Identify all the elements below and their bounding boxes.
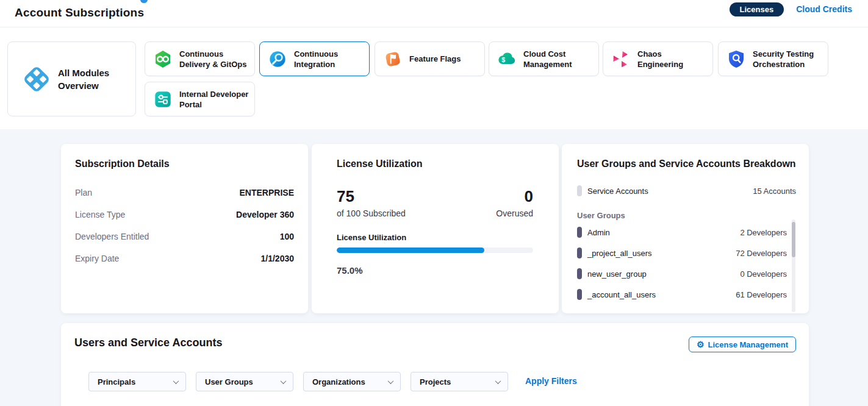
service-accounts-row: Service Accounts [577, 185, 648, 197]
subscription-details-rows: Plan ENTERPRISE License Type Developer 3… [75, 182, 294, 269]
chevron-down-icon [281, 378, 287, 384]
group-pip [577, 248, 582, 258]
account-subscriptions-page: Account Subscriptions Licenses Cloud Cre… [0, 0, 868, 406]
chevron-down-icon [495, 378, 501, 384]
used-caption: of 100 Subscribed [337, 208, 406, 218]
page-title: Account Subscriptions [15, 6, 144, 20]
page-header: Account Subscriptions Licenses Cloud Cre… [0, 0, 868, 27]
groups-scrollbar-thumb[interactable] [792, 222, 795, 257]
svg-text:$: $ [501, 55, 505, 63]
group-count: 2 Developers [740, 228, 787, 237]
tab-cloud-credits[interactable]: Cloud Credits [796, 4, 852, 14]
ci-icon [268, 49, 287, 69]
group-pip [577, 289, 582, 300]
detail-row-expiry-date: Expiry Date 1/1/2030 [75, 248, 294, 269]
overused-caption: Overused [496, 208, 533, 218]
chevron-down-icon [388, 378, 394, 384]
all-modules-overview-label: All Modules Overview [58, 66, 113, 92]
all-modules-overview-card[interactable]: All Modules Overview [7, 41, 136, 116]
cloud-cost-icon: $ [497, 49, 517, 69]
detail-row-plan: Plan ENTERPRISE [75, 182, 294, 204]
chevron-down-icon [173, 378, 179, 384]
subscription-details-title: Subscription Details [75, 158, 170, 169]
feature-flags-icon [383, 49, 403, 69]
user-groups-label: User Groups [577, 211, 625, 220]
subscription-details-card: Subscription Details Plan ENTERPRISE Lic… [61, 144, 308, 313]
license-utilization-title: License Utilization [337, 158, 422, 169]
group-row-new-user-group: new_user_group [577, 268, 647, 280]
overused-licenses: 0 Overused [496, 188, 533, 218]
idp-icon [153, 90, 173, 109]
overused-count: 0 [496, 188, 533, 205]
module-card-feature-flags[interactable]: Feature Flags [375, 41, 485, 76]
service-accounts-count: 15 Accounts [753, 187, 796, 196]
cd-gitops-icon [153, 49, 173, 69]
filters-row: Principals User Groups Organizations Pro… [88, 372, 508, 391]
utilization-progress-track [337, 248, 533, 253]
group-count: 0 Developers [740, 269, 787, 279]
license-utilization-numbers: 75 of 100 Subscribed 0 Overused [337, 188, 533, 218]
detail-row-license-type: License Type Developer 360 [75, 204, 294, 226]
apply-filters-link[interactable]: Apply Filters [525, 376, 577, 386]
breakdown-card: User Groups and Service Accounts Breakdo… [562, 144, 809, 313]
group-count: 61 Developers [736, 290, 787, 299]
module-card-security-testing[interactable]: Security Testing Orchestration [718, 41, 828, 76]
cut-off-icon [140, 0, 148, 3]
utilization-progress-fill [337, 248, 484, 253]
group-pip [577, 227, 582, 238]
service-accounts-pip [577, 185, 582, 196]
detail-row-developers-entitled: Developers Entitled 100 [75, 226, 294, 248]
users-service-accounts-card: Users and Service Accounts ⚙ License Man… [61, 323, 809, 406]
group-count: 72 Developers [736, 249, 787, 258]
utilization-percent: 75.0% [337, 265, 363, 276]
groups-scrollbar[interactable] [792, 219, 795, 312]
module-card-continuous-integration[interactable]: Continuous Integration [259, 41, 370, 76]
chaos-icon [611, 49, 631, 69]
used-count: 75 [337, 188, 406, 205]
used-licenses: 75 of 100 Subscribed [337, 188, 406, 218]
content-area: Subscription Details Plan ENTERPRISE Lic… [0, 129, 868, 406]
module-card-continuous-delivery[interactable]: Continuous Delivery & GitOps [145, 41, 255, 76]
license-utilization-card: License Utilization 75 of 100 Subscribed… [312, 144, 559, 313]
all-modules-icon [23, 65, 51, 93]
filter-organizations[interactable]: Organizations [303, 372, 401, 391]
module-card-internal-developer-portal[interactable]: Internal Developer Portal [145, 82, 255, 116]
filter-projects[interactable]: Projects [411, 372, 508, 391]
breakdown-title: User Groups and Service Accounts Breakdo… [577, 158, 796, 169]
security-testing-icon [726, 49, 746, 69]
filter-principals[interactable]: Principals [88, 372, 186, 391]
group-row-account-all-users: _account_all_users [577, 288, 656, 301]
utilization-bar-label: License Utilization [337, 233, 406, 242]
module-card-chaos-engineering[interactable]: Chaos Engineering [603, 41, 713, 76]
tab-licenses[interactable]: Licenses [730, 2, 784, 16]
license-management-button[interactable]: ⚙ License Management [689, 337, 796, 352]
group-row-project-all-users: _project_all_users [577, 247, 652, 259]
filter-user-groups[interactable]: User Groups [196, 372, 293, 391]
module-selector: All Modules Overview Continuous Delivery… [0, 27, 868, 129]
module-card-cloud-cost[interactable]: $ Cloud Cost Management [489, 41, 599, 76]
users-section-title: Users and Service Accounts [74, 337, 222, 349]
group-pip [577, 268, 582, 279]
header-tabs: Licenses Cloud Credits [730, 0, 852, 18]
gear-icon: ⚙ [697, 340, 705, 349]
group-row-admin: Admin [577, 226, 610, 238]
